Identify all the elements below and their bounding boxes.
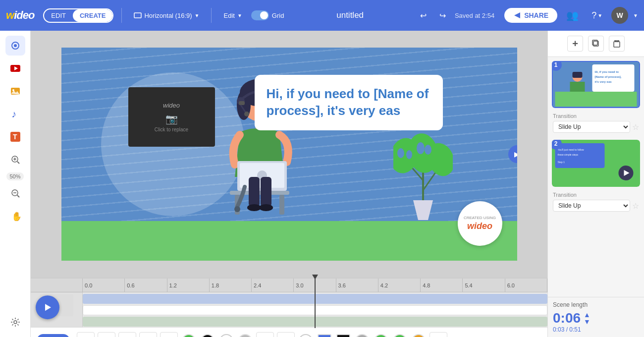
transition-1-select[interactable]: Slide Up Slide Down Fade None (553, 121, 630, 133)
scene-length-down[interactable]: ▼ (584, 318, 590, 325)
svg-rect-0 (134, 13, 141, 18)
logo: wideo (6, 9, 34, 22)
video-placeholder[interactable]: wideo 📷 Click to replace (128, 87, 215, 147)
edit-button[interactable]: EDIT (44, 9, 73, 22)
sidebar-zoom-out-icon[interactable] (5, 183, 25, 203)
screen-tool[interactable] (429, 332, 447, 337)
scene-progress: 0:03 / 0:51 (553, 326, 639, 333)
grid-toggle[interactable] (251, 10, 269, 20)
image-tool[interactable] (256, 332, 274, 337)
scene-length-up[interactable]: ▲ (584, 311, 590, 318)
user-avatar[interactable]: W (611, 7, 628, 24)
placeholder-camera-icon: 📷 (165, 113, 178, 125)
gray-circle2-swatch[interactable] (355, 334, 369, 337)
text-tool[interactable]: Aa (277, 332, 295, 337)
help-button[interactable]: ? ▼ (588, 8, 606, 23)
main-layout: ♪ T 50% ✋ (0, 31, 644, 337)
ruler-ticks: 0.0 0.6 1.2 1.8 2.4 3.0 3.6 4.2 4.8 5.4 (83, 279, 547, 292)
create-button[interactable]: CREATE (73, 9, 112, 22)
transition-2-favorite[interactable]: ☆ (632, 201, 639, 211)
black-color-swatch[interactable] (201, 334, 215, 337)
sidebar-camera-icon[interactable] (5, 36, 25, 56)
tick-4: 2.4 (252, 279, 294, 292)
transition-1-label: Transition (548, 112, 644, 120)
canvas[interactable]: wideo 📷 Click to replace Hi, if you need… (61, 48, 517, 261)
audio-tool[interactable]: ♪ (118, 332, 136, 337)
speech-bubble[interactable]: Hi, if you need to [Name of process], it… (255, 75, 443, 130)
scene-2-thumb[interactable]: 2 You'll just need to follow these simpl… (552, 140, 640, 187)
svg-point-7 (12, 89, 14, 91)
svg-text:✋: ✋ (11, 211, 20, 221)
duplicate-icon (592, 40, 600, 48)
delete-scene-button[interactable] (609, 36, 625, 52)
transition-2-label: Transition (548, 191, 644, 199)
avatar-chevron: ▼ (633, 13, 638, 18)
green-dot2-swatch[interactable] (393, 334, 407, 337)
green-dot1-swatch[interactable] (374, 334, 388, 337)
gray-color-swatch[interactable] (238, 334, 252, 337)
watermark-logo: wideo (467, 221, 492, 231)
svg-rect-81 (573, 72, 583, 78)
speech-bubble-text: Hi, if you need to [Name of process], it… (267, 86, 431, 119)
scene-2-preview: You'll just need to follow these simple … (552, 140, 640, 187)
green-color-swatch[interactable] (182, 334, 196, 337)
aspect-ratio-label: Horizontal (16:9) (144, 12, 192, 19)
toggle-knob (260, 11, 268, 19)
scene-length-steppers: ▲ ▼ (584, 311, 590, 325)
redo-button[interactable]: ↪ (435, 9, 450, 22)
add-user-button[interactable]: 👥 (562, 7, 583, 23)
timeline-content (31, 292, 547, 327)
timeline-left-spacer (31, 279, 83, 292)
timeline-ruler: 0.0 0.6 1.2 1.8 2.4 3.0 3.6 4.2 4.8 5.4 (31, 279, 547, 292)
sidebar-music-icon[interactable]: ♪ (5, 104, 25, 124)
sidebar-zoom-in-icon[interactable] (5, 150, 25, 169)
help-button-bottom[interactable]: ? Help (37, 334, 70, 337)
sidebar-text-icon[interactable]: T (5, 127, 25, 147)
svg-rect-82 (570, 82, 585, 92)
sidebar-settings-icon[interactable] (5, 312, 25, 332)
duplicate-scene-button[interactable] (588, 36, 604, 52)
tick-7: 4.2 (378, 279, 421, 292)
transition-1-favorite[interactable]: ☆ (632, 122, 639, 132)
svg-point-28 (244, 112, 249, 116)
orange-dot-swatch[interactable] (412, 334, 426, 337)
aspect-ratio-dropdown[interactable]: Horizontal (16:9) ▼ (130, 10, 203, 21)
canvas-area: wideo 📷 Click to replace Hi, if you need… (31, 31, 547, 337)
help-chevron: ▼ (597, 13, 602, 18)
add-scene-button[interactable]: + (567, 36, 583, 52)
undo-button[interactable]: ↩ (416, 9, 430, 22)
svg-rect-35 (279, 195, 284, 215)
lock2-tool[interactable] (160, 332, 178, 337)
sidebar-pan-icon[interactable]: ✋ (5, 206, 25, 226)
svg-rect-68 (614, 42, 620, 47)
doc-title[interactable]: untitled (289, 10, 411, 20)
saved-status: Saved at 2:54 (455, 12, 494, 19)
timeline-area: 0.0 0.6 1.2 1.8 2.4 3.0 3.6 4.2 4.8 5.4 (31, 278, 547, 337)
play-button[interactable] (36, 295, 59, 319)
white-color-swatch[interactable] (219, 334, 233, 337)
tick-5: 3.0 (294, 279, 336, 292)
frame-tool[interactable] (139, 332, 157, 337)
edit-dropdown-label: Edit (223, 12, 234, 19)
white-circle-swatch[interactable] (299, 334, 313, 337)
sidebar-image-icon[interactable] (5, 81, 25, 101)
transition-1-row: Slide Up Slide Down Fade None ☆ (548, 120, 644, 136)
transition-2-select[interactable]: Slide Up Slide Down Fade None (553, 200, 630, 212)
lock-tool[interactable] (98, 332, 115, 337)
watermark-created-text: CREATED USING (464, 216, 496, 220)
edit-dropdown[interactable]: Edit ▼ (219, 10, 246, 21)
svg-text:[Name of process],: [Name of process], (595, 75, 622, 78)
sidebar-youtube-icon[interactable] (5, 58, 25, 78)
share-button[interactable]: SHARE (504, 8, 557, 23)
zoom-level[interactable]: 50% (6, 172, 23, 180)
svg-point-39 (259, 204, 273, 211)
visibility-tool[interactable] (77, 332, 95, 337)
svg-point-48 (425, 145, 431, 155)
plant (393, 131, 453, 232)
scene-1-thumb[interactable]: 1 Hi, if you need to [Name of process], … (552, 61, 640, 108)
chevron-down-icon: ▼ (195, 13, 200, 18)
svg-line-17 (17, 195, 19, 197)
blue-square-swatch[interactable] (318, 334, 331, 337)
black-square-swatch[interactable] (336, 334, 350, 337)
tick-8: 4.8 (421, 279, 463, 292)
